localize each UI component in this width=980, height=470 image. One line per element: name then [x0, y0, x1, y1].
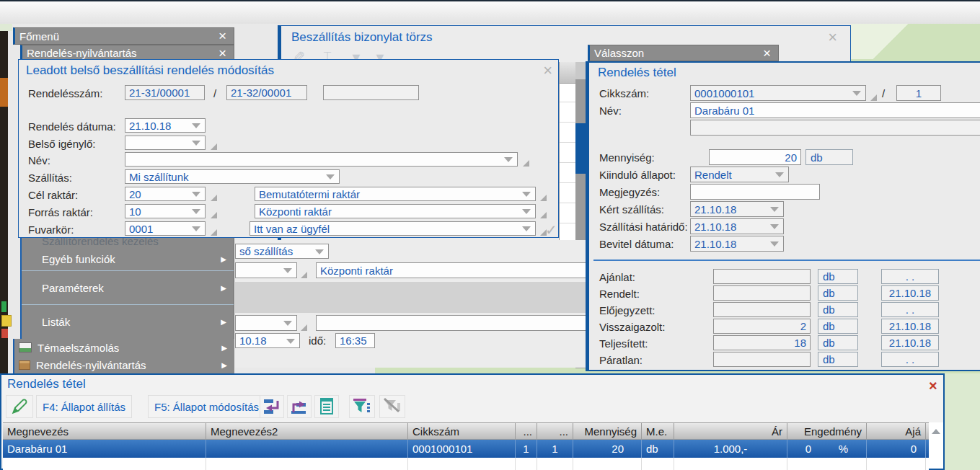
corner-handle-icon[interactable] — [211, 143, 217, 150]
forras-raktar-name-combo[interactable]: Központi raktár — [255, 204, 536, 218]
paratlan-unit: db — [818, 352, 858, 367]
table-scrollbar[interactable] — [929, 440, 943, 469]
fomenu-close-icon[interactable]: × — [216, 31, 229, 41]
mennyiseg-unit-box: db — [805, 149, 853, 165]
megjegyzes-field[interactable] — [690, 184, 820, 200]
menu-item-listak[interactable]: Listák ▶ — [22, 305, 234, 338]
valasszon-titlebar[interactable]: Válasszon × — [588, 45, 779, 61]
col-mennyiseg[interactable]: Mennyiség — [573, 423, 642, 439]
mennyiseg-field[interactable]: 20 — [709, 149, 801, 165]
f5-allapot-modositas-button[interactable]: F5: Állapot módosítás — [148, 395, 265, 418]
rendelesszam-field-2[interactable]: 21-32/00001 — [226, 85, 307, 100]
forras-raktar-code-combo[interactable]: 10 — [125, 204, 206, 218]
ajanlat-value[interactable] — [713, 269, 811, 284]
rendelesszam-field-3[interactable] — [323, 85, 419, 100]
dock-green-patch — [0, 24, 12, 31]
arrow-return-right-icon — [262, 397, 281, 416]
detail-list-button[interactable] — [314, 395, 339, 418]
state-forward-button[interactable] — [260, 395, 284, 418]
menu-item-parameterek[interactable]: Paraméterek ▶ — [22, 271, 234, 304]
rendeles-menu-close-icon[interactable]: × — [216, 48, 229, 58]
corner-handle-icon[interactable] — [301, 272, 307, 278]
corner-handle-icon[interactable] — [870, 94, 877, 101]
col-me[interactable]: M.e. — [642, 423, 674, 439]
application-root: Beszállítás bizonylat törzs × ✎ ⌶ ▼ ▼ ső… — [0, 0, 980, 470]
col-ar[interactable]: Ár — [674, 423, 787, 439]
confirm-check-icon[interactable]: ✓ — [545, 221, 557, 239]
filter-clear-button[interactable] — [379, 395, 405, 418]
rendelt-value[interactable] — [713, 285, 811, 301]
visszaigazolt-date: 21.10.18 — [881, 319, 939, 334]
szallitas-mod-combo[interactable]: ső szállítás — [235, 244, 329, 259]
fomenu-titlebar[interactable]: Főmenü × — [13, 27, 234, 45]
dialog-close-icon[interactable]: × — [543, 65, 552, 76]
filter-icon — [352, 397, 372, 416]
filter-button[interactable] — [349, 395, 375, 418]
corner-handle-icon[interactable] — [540, 212, 547, 218]
corner-handle-icon[interactable] — [211, 195, 217, 201]
rendeles-submenu-panel: Szállítórendelés kezelés Egyéb funkciók … — [20, 234, 234, 339]
szallitas-combo[interactable]: Mi szállítunk — [125, 169, 340, 184]
visszaigazolt-value[interactable]: 2 — [713, 319, 811, 334]
belso-igenylo-combo[interactable] — [125, 136, 206, 150]
table-row[interactable]: Darabáru 01 0001000101 1 1 20 db 1.000,-… — [3, 440, 929, 458]
elojegyzett-date: . . — [881, 302, 939, 317]
ido-value: 16:35 — [340, 334, 367, 347]
col-engedmeny[interactable]: Engedmény — [787, 423, 867, 439]
cikkszam-combo[interactable]: 0001000101 — [690, 85, 866, 101]
raktar-combo[interactable] — [235, 262, 297, 278]
corner-handle-icon[interactable] — [211, 212, 217, 218]
menu-item-temaelszamolas[interactable]: Témaelszámolás ▶ — [14, 339, 234, 356]
nev-combo[interactable] — [125, 152, 518, 167]
chevron-down-icon — [852, 91, 861, 96]
cel-raktar-code-combo[interactable]: 20 — [125, 187, 206, 201]
teljesitett-date: 21.10.18 — [881, 335, 939, 350]
rendelesszam-field-1[interactable]: 21-31/00001 — [125, 85, 205, 100]
desktop-green-corner — [851, 24, 980, 59]
corner-handle-icon[interactable] — [523, 160, 529, 167]
bevitel-combo[interactable]: 21.10.18 — [690, 236, 784, 252]
datum-combo[interactable]: 10.18 — [235, 333, 300, 348]
ido-field[interactable]: 16:35 — [335, 333, 375, 348]
chevron-down-icon — [315, 249, 324, 254]
col-aja[interactable]: Ajá — [867, 423, 926, 439]
hatarido-combo[interactable]: 21.10.18 — [690, 218, 784, 234]
sorszam-field[interactable]: 1 — [896, 85, 941, 101]
rendeles-datuma-combo[interactable]: 21.10.18 — [125, 118, 206, 133]
corner-handle-icon[interactable] — [540, 195, 547, 201]
col-megnevezes2[interactable]: Megnevezés2 — [206, 423, 408, 439]
bottom-close-icon[interactable]: × — [929, 380, 937, 391]
elojegyzett-value[interactable] — [713, 302, 811, 317]
col-dots1[interactable]: ... — [516, 423, 537, 439]
corner-handle-icon[interactable] — [211, 229, 217, 236]
panel-separator — [593, 260, 980, 261]
kert-szallitas-combo[interactable]: 21.10.18 — [690, 201, 784, 217]
visszaigazolt-label: Visszaigazolt: — [599, 321, 665, 333]
edit-button[interactable] — [6, 395, 33, 418]
tetel-nev-label: Név: — [599, 105, 622, 117]
partner-combo[interactable] — [235, 315, 297, 331]
menu-item-rendeles-nyilvantartas[interactable]: Rendelés-nyilvántartás ▶ — [14, 356, 234, 373]
table-scroll-up[interactable] — [929, 422, 943, 440]
tetel-nev2-field[interactable] — [690, 120, 980, 136]
chevron-down-icon — [522, 192, 531, 197]
tetel-nev-field[interactable]: Darabáru 01 — [690, 102, 980, 118]
allapot-combo[interactable]: Rendelt — [690, 167, 789, 182]
menu-item-egyeb-funkciok[interactable]: Egyéb funkciók ▶ — [22, 247, 234, 270]
package-icon — [19, 360, 30, 370]
col-cikkszam[interactable]: Cikkszám — [408, 423, 516, 439]
raktar-name-value: Központi raktár — [320, 265, 393, 277]
valasszon-close-icon[interactable]: × — [760, 48, 774, 58]
cel-raktar-name-combo[interactable]: Bemutatótermi raktár — [255, 187, 536, 201]
paratlan-value[interactable] — [713, 352, 811, 367]
state-back-button[interactable] — [287, 395, 312, 418]
fuvarkor-name-combo[interactable]: Itt van az ügyfél — [250, 221, 536, 236]
col-megnevezes[interactable]: Megnevezés — [3, 423, 206, 439]
teljesitett-value[interactable]: 18 — [713, 335, 811, 350]
f4-allapot-allitas-button[interactable]: F4: Állapot állítás — [36, 395, 132, 418]
fuvarkor-code-combo[interactable]: 0001 — [125, 221, 206, 236]
corner-handle-icon[interactable] — [301, 324, 307, 331]
beszallitas-close-icon[interactable]: × — [828, 32, 837, 43]
hidden-menu-icon — [1, 315, 12, 327]
col-dots2[interactable]: ... — [537, 423, 573, 439]
